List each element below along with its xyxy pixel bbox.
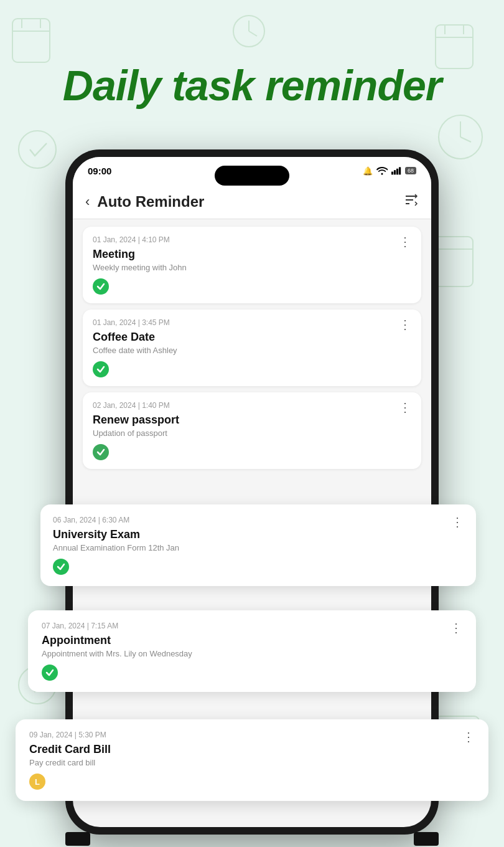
task-title-6: Credit Card Bill <box>29 743 475 756</box>
sort-button[interactable] <box>404 192 419 211</box>
task-title-2: Coffee Date <box>93 331 411 344</box>
task-status-3[interactable] <box>93 444 109 460</box>
task-more-3[interactable]: ⋮ <box>399 401 411 414</box>
task-desc-1: Weekly meeting with John <box>93 263 411 272</box>
task-more-2[interactable]: ⋮ <box>399 318 411 331</box>
svg-point-11 <box>19 131 56 168</box>
task-status-2[interactable] <box>93 361 109 377</box>
task-date-4: 06 Jan, 2024 | 6:30 AM <box>53 516 129 524</box>
task-item-credit-card[interactable]: 09 Jan, 2024 | 5:30 PM ⋮ Credit Card Bil… <box>16 719 488 801</box>
task-more-6[interactable]: ⋮ <box>462 731 475 743</box>
task-date-5: 07 Jan, 2024 | 7:15 AM <box>42 622 118 630</box>
task-title-3: Renew passport <box>93 414 411 427</box>
svg-line-10 <box>460 137 471 142</box>
svg-rect-22 <box>396 169 398 175</box>
task-more-4[interactable]: ⋮ <box>451 516 464 528</box>
task-desc-2: Coffee date with Ashley <box>93 346 411 355</box>
task-status-4[interactable] <box>53 559 69 575</box>
svg-rect-0 <box>12 19 50 62</box>
task-date-6: 09 Jan, 2024 | 5:30 PM <box>29 731 106 739</box>
task-title-1: Meeting <box>93 248 411 261</box>
task-item-exam[interactable]: 06 Jan, 2024 | 6:30 AM ⋮ University Exam… <box>40 504 476 586</box>
task-status-5[interactable] <box>42 665 58 681</box>
task-status-6[interactable]: L <box>29 774 45 790</box>
task-title-4: University Exam <box>53 528 464 541</box>
task-status-1[interactable] <box>93 278 109 295</box>
task-title-5: Appointment <box>42 634 462 647</box>
svg-point-17 <box>233 16 264 47</box>
task-desc-3: Updation of passport <box>93 428 411 438</box>
app-header: ‹ Auto Reminder <box>73 184 431 219</box>
task-date-2: 01 Jan, 2024 | 3:45 PM <box>93 318 170 327</box>
task-item-meeting[interactable]: 01 Jan, 2024 | 4:10 PM ⋮ Meeting Weekly … <box>83 227 421 303</box>
wifi-icon <box>376 166 388 175</box>
task-desc-6: Pay credit card bill <box>29 758 475 767</box>
app-title-text: Auto Reminder <box>97 193 404 211</box>
svg-rect-23 <box>399 167 401 174</box>
task-item-appointment[interactable]: 07 Jan, 2024 | 7:15 AM ⋮ Appointment App… <box>28 610 476 692</box>
task-item-passport[interactable]: 02 Jan, 2024 | 1:40 PM ⋮ Renew passport … <box>83 392 421 469</box>
phone-bottom-left <box>65 832 90 846</box>
svg-rect-20 <box>391 172 393 175</box>
task-more-5[interactable]: ⋮ <box>450 622 462 634</box>
phone-bottom-right <box>414 832 439 846</box>
notification-icon: 🔔 <box>363 166 373 176</box>
signal-icon <box>391 166 401 175</box>
task-desc-4: Annual Examination Form 12th Jan <box>53 543 464 552</box>
task-item-coffee[interactable]: 01 Jan, 2024 | 3:45 PM ⋮ Coffee Date Cof… <box>83 310 421 386</box>
status-time: 09:00 <box>88 166 111 176</box>
svg-rect-21 <box>394 170 396 174</box>
back-button[interactable]: ‹ <box>85 194 90 210</box>
task-desc-5: Appointment with Mrs. Lily on Wednesday <box>42 649 462 658</box>
battery-indicator: 68 <box>405 167 416 174</box>
task-date-3: 02 Jan, 2024 | 1:40 PM <box>93 401 170 410</box>
status-icons: 🔔 68 <box>363 166 416 176</box>
task-more-1[interactable]: ⋮ <box>399 235 411 248</box>
page-title: Daily task reminder <box>0 62 504 109</box>
svg-line-19 <box>249 31 257 36</box>
task-date-1: 01 Jan, 2024 | 4:10 PM <box>93 235 170 244</box>
svg-point-8 <box>439 115 482 159</box>
dynamic-island <box>215 166 289 186</box>
